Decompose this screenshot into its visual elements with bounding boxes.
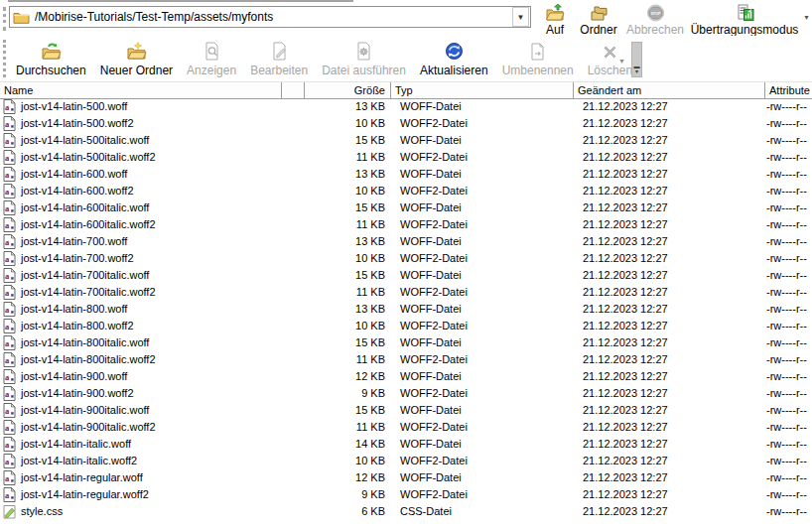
file-type: WOFF2-Datei [400,453,468,469]
column-header-type[interactable]: Typ [391,82,574,98]
file-name: jost-v14-latin-600.woff2 [21,183,134,199]
font-file-icon: a [3,200,16,215]
table-row[interactable]: a jost-v14-latin-500.woff 13 KB WOFF-Dat… [0,98,812,115]
list-header: Name Größe Typ Geändert am Attribute [0,81,812,99]
toolbar-overflow-handle[interactable]: ▬▾ [631,42,642,77]
file-size: 10 KB [298,250,385,267]
file-size: 14 KB [298,436,385,453]
table-row[interactable]: a jost-v14-latin-regular.woff2 9 KB WOFF… [0,486,812,503]
up-button-label: Auf [546,23,564,37]
view-button[interactable]: Anzeigen [180,38,243,77]
file-size: 13 KB [298,301,385,318]
execute-button[interactable]: Datei ausführen [315,38,413,77]
column-header-size[interactable]: Größe [305,82,391,98]
browse-folder-icon [41,41,62,62]
column-header-name[interactable]: Name [0,82,282,98]
file-attributes: -rw----r-- [766,503,812,520]
rename-button[interactable]: Umbenennen [495,38,581,77]
table-row[interactable]: a jost-v14-latin-regular.woff 12 KB WOFF… [0,469,812,486]
table-row[interactable]: a jost-v14-latin-800.woff2 10 KB WOFF2-D… [0,318,812,334]
toolbar-grip[interactable] [3,7,6,31]
rename-icon [527,41,548,62]
table-row[interactable]: a jost-v14-latin-900italic.woff 15 KB WO… [0,402,812,419]
table-row[interactable]: a jost-v14-latin-500italic.woff2 11 KB W… [0,149,812,166]
file-name: jost-v14-latin-800italic.woff [21,334,149,351]
path-input[interactable]: /Mobirise-Tutorials/Test-Temp/assets/myf… [35,10,512,24]
file-type: WOFF2-Datei [400,216,468,233]
file-size: 12 KB [298,469,385,486]
file-name: jost-v14-latin-600.woff [21,166,127,183]
file-modified: 21.12.2023 12:27 [583,453,668,469]
path-combobox[interactable]: /Mobirise-Tutorials/Test-Temp/assets/myf… [9,6,531,28]
toolbar-dropdown-chevron-icon[interactable]: ▼ [618,58,625,65]
table-row[interactable]: a jost-v14-latin-600.woff2 10 KB WOFF2-D… [0,183,812,199]
file-name: jost-v14-latin-600italic.woff [21,199,149,216]
file-modified: 21.12.2023 12:27 [583,233,668,250]
column-header-modified[interactable]: Geändert am [574,82,765,98]
file-attributes: -rw----r-- [766,183,812,199]
refresh-button[interactable]: Aktualisieren [413,38,495,77]
file-type: WOFF2-Datei [400,284,468,301]
table-row[interactable]: a jost-v14-latin-900.woff 12 KB WOFF-Dat… [0,368,812,385]
file-name: jost-v14-latin-700.woff2 [21,250,134,267]
table-row[interactable]: a jost-v14-latin-900italic.woff2 11 KB W… [0,419,812,436]
file-size: 15 KB [298,199,385,216]
file-modified: 21.12.2023 12:27 [583,166,668,183]
folders-button-label: Ordner [580,23,616,37]
file-attributes: -rw----r-- [766,469,812,486]
table-row[interactable]: a jost-v14-latin-500.woff2 10 KB WOFF2-D… [0,115,812,132]
file-name: jost-v14-latin-700italic.woff2 [21,284,156,301]
table-row[interactable]: a jost-v14-latin-700.woff2 10 KB WOFF2-D… [0,250,812,267]
folders-button[interactable]: Ordner [574,2,623,37]
browse-button-label: Durchsuchen [16,64,86,77]
file-name: jost-v14-latin-800italic.woff2 [21,351,156,368]
edit-file-icon [269,41,290,62]
column-header-attributes[interactable]: Attribute [765,82,812,98]
toolbar-overflow-chevron-icon[interactable]: ▼ [803,14,810,21]
file-attributes: -rw----r-- [766,233,812,250]
stop-icon: STOP [646,4,665,22]
table-row[interactable]: a jost-v14-latin-700italic.woff 15 KB WO… [0,267,812,284]
file-name: jost-v14-latin-500italic.woff [21,132,149,149]
new-folder-button[interactable]: Neuer Ordner [93,38,180,77]
table-row[interactable]: a jost-v14-latin-italic.woff 14 KB WOFF-… [0,436,812,453]
font-file-icon: a [3,99,16,114]
transfer-mode-button[interactable]: Übertragungsmodus [687,2,802,37]
file-type: WOFF2-Datei [400,486,468,503]
table-row[interactable]: a jost-v14-latin-500italic.woff 15 KB WO… [0,132,812,149]
table-row[interactable]: a jost-v14-latin-700italic.woff2 11 KB W… [0,284,812,301]
up-button[interactable]: Auf [536,2,574,37]
font-file-icon: a [3,251,16,266]
font-file-icon: a [3,352,16,367]
table-row[interactable]: a jost-v14-latin-900.woff2 9 KB WOFF2-Da… [0,385,812,402]
table-row[interactable]: a jost-v14-latin-600italic.woff 15 KB WO… [0,199,812,216]
table-row[interactable]: a jost-v14-latin-600italic.woff2 11 KB W… [0,216,812,233]
file-attributes: -rw----r-- [766,334,812,351]
table-row[interactable]: a style.css 6 KB CSS-Datei 21.12.2023 12… [0,503,812,520]
file-attributes: -rw----r-- [766,267,812,284]
table-row[interactable]: a jost-v14-latin-italic.woff2 10 KB WOFF… [0,453,812,469]
file-size: 15 KB [298,334,385,351]
transfer-mode-button-label: Übertragungsmodus [691,23,799,37]
table-row[interactable]: a jost-v14-latin-800.woff 13 KB WOFF-Dat… [0,301,812,318]
table-row[interactable]: a jost-v14-latin-800italic.woff 15 KB WO… [0,334,812,351]
column-header-spacer[interactable] [282,82,305,98]
file-size: 9 KB [298,486,385,503]
file-type: WOFF2-Datei [400,183,468,199]
action-toolbar: Durchsuchen Neuer Ordner Anzeigen [0,36,812,81]
chevron-down-icon[interactable]: ▼ [512,7,529,27]
font-file-icon: a [3,487,16,502]
file-modified: 21.12.2023 12:27 [583,301,668,318]
file-type: WOFF-Datei [400,469,462,486]
file-modified: 21.12.2023 12:27 [583,419,668,436]
file-size: 13 KB [298,233,385,250]
table-row[interactable]: a jost-v14-latin-600.woff 13 KB WOFF-Dat… [0,166,812,183]
table-row[interactable]: a jost-v14-latin-800italic.woff2 11 KB W… [0,351,812,368]
file-size: 10 KB [298,115,385,132]
edit-button[interactable]: Bearbeiten [243,38,315,77]
table-row[interactable]: a jost-v14-latin-700.woff 13 KB WOFF-Dat… [0,233,812,250]
browse-button[interactable]: Durchsuchen [9,38,93,77]
cancel-button[interactable]: STOP Abbrechen [623,2,687,37]
toolbar-grip[interactable] [3,40,6,77]
file-modified: 21.12.2023 12:27 [583,132,668,149]
